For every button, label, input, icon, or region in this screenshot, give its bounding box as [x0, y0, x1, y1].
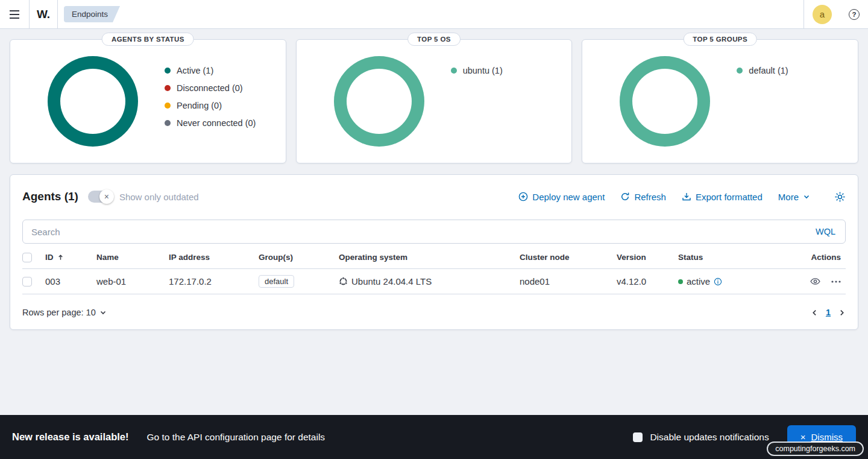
chevron-down-icon — [803, 193, 810, 200]
select-all-checkbox[interactable] — [22, 253, 32, 262]
chart-legend: Active (1) Disconnected (0) Pending (0) … — [165, 62, 256, 131]
show-outdated-label: Show only outdated — [119, 192, 199, 202]
column-header-status[interactable]: Status — [678, 253, 799, 262]
donut-ring — [48, 56, 138, 147]
chevron-left-icon — [811, 309, 819, 317]
refresh-button[interactable]: Refresh — [620, 192, 666, 202]
pagination: 1 — [811, 308, 846, 317]
watermark: computingforgeeks.com — [767, 442, 864, 456]
rows-per-page-dropdown[interactable]: Rows per page: 10 — [22, 308, 107, 317]
donut-chart-agents-by-status[interactable] — [48, 56, 138, 147]
legend-item-disconnected[interactable]: Disconnected (0) — [165, 79, 256, 97]
donut-chart-top-5-groups[interactable] — [620, 56, 710, 147]
divider — [804, 0, 804, 28]
main-content: AGENTS BY STATUS Active (1) Disconnected… — [0, 29, 868, 330]
os-label: Ubuntu 24.04.4 LTS — [351, 276, 432, 286]
column-header-id[interactable]: ID — [45, 253, 96, 262]
table-settings-button[interactable] — [834, 191, 846, 203]
column-header-groups[interactable]: Group(s) — [259, 253, 339, 262]
agents-toolbar: Deploy new agent Refresh Export formatte… — [518, 191, 846, 203]
breadcrumb-endpoints[interactable]: Endpoints — [64, 6, 120, 22]
wazuh-logo[interactable]: W. — [30, 0, 57, 28]
close-icon: × — [800, 432, 806, 442]
chart-legend: default (1) — [737, 62, 788, 79]
info-icon[interactable] — [714, 277, 722, 286]
legend-label: ubuntu (1) — [463, 66, 503, 75]
legend-item-pending[interactable]: Pending (0) — [165, 97, 256, 114]
next-page-button[interactable] — [838, 309, 846, 317]
previous-page-button[interactable] — [811, 309, 819, 317]
legend-dot-icon — [165, 120, 171, 126]
legend-item-ubuntu[interactable]: ubuntu (1) — [451, 62, 503, 79]
view-agent-button[interactable] — [810, 276, 820, 286]
deploy-new-agent-button[interactable]: Deploy new agent — [518, 192, 605, 202]
legend-label: default (1) — [749, 66, 788, 75]
top-navigation-bar: W. Endpoints a ? — [0, 0, 868, 29]
chart-title-top-5-os: TOP 5 OS — [407, 33, 461, 46]
disable-updates-label: Disable updates notifications — [650, 432, 769, 443]
column-header-cluster-node[interactable]: Cluster node — [520, 253, 617, 262]
table-row-agent-003[interactable]: 003 web-01 172.17.0.2 default Ubuntu 24.… — [22, 269, 846, 294]
row-more-actions-button[interactable] — [831, 280, 841, 283]
divider — [57, 0, 58, 28]
export-formatted-button[interactable]: Export formatted — [682, 192, 763, 202]
search-bar: WQL — [22, 220, 846, 244]
gear-icon — [834, 191, 846, 203]
agents-header-row: Agents (1) × Show only outdated Deploy n… — [22, 185, 846, 209]
legend-item-active[interactable]: Active (1) — [165, 62, 256, 79]
chart-title-agents-by-status: AGENTS BY STATUS — [102, 33, 194, 46]
column-header-ip-address[interactable]: IP address — [169, 253, 259, 262]
status-active-dot-icon — [678, 279, 683, 284]
api-configuration-link[interactable]: Go to the API configuration page for det… — [147, 432, 326, 443]
table-header-row: ID Name IP address Group(s) Operating sy… — [22, 246, 846, 269]
show-outdated-toggle[interactable]: × — [88, 191, 112, 203]
ubuntu-os-icon — [339, 277, 348, 286]
plus-circle-icon — [518, 192, 528, 201]
donut-chart-top-5-os[interactable] — [334, 56, 424, 147]
export-icon — [682, 192, 691, 201]
legend-dot-icon — [165, 103, 171, 109]
legend-label: Pending (0) — [177, 101, 222, 110]
table-footer: Rows per page: 10 1 — [22, 303, 846, 322]
cell-status: active — [678, 276, 799, 286]
search-input[interactable] — [31, 227, 814, 237]
release-message: New release is available! — [12, 431, 129, 443]
cell-agent-name[interactable]: web-01 — [96, 276, 169, 286]
chart-title-top-5-groups: TOP 5 GROUPS — [683, 33, 757, 46]
refresh-icon — [620, 192, 630, 201]
chart-card-top-5-groups: TOP 5 GROUPS default (1) — [582, 39, 858, 163]
chart-legend: ubuntu (1) — [451, 62, 503, 79]
chevron-down-icon — [99, 309, 107, 316]
disable-updates-checkbox[interactable] — [633, 432, 643, 442]
page-1-button[interactable]: 1 — [826, 308, 831, 317]
group-badge[interactable]: default — [259, 275, 294, 288]
chart-card-agents-by-status: AGENTS BY STATUS Active (1) Disconnected… — [10, 39, 286, 163]
cell-agent-id[interactable]: 003 — [45, 276, 96, 286]
row-checkbox[interactable] — [22, 277, 32, 286]
column-header-name[interactable]: Name — [96, 253, 169, 262]
charts-row: AGENTS BY STATUS Active (1) Disconnected… — [10, 39, 858, 163]
legend-dot-icon — [165, 68, 171, 74]
chevron-right-icon — [838, 309, 846, 317]
cell-operating-system: Ubuntu 24.04.4 LTS — [339, 276, 520, 286]
wql-button[interactable]: WQL — [814, 227, 837, 236]
header-spacer — [120, 0, 804, 28]
legend-dot-icon — [451, 68, 457, 74]
avatar[interactable]: a — [813, 5, 832, 24]
agents-panel: Agents (1) × Show only outdated Deploy n… — [10, 174, 858, 330]
agents-title: Agents (1) — [22, 190, 78, 203]
help-icon[interactable]: ? — [840, 0, 868, 28]
status-label: active — [687, 276, 710, 286]
sort-ascending-icon — [57, 254, 64, 261]
update-notification-bar: New release is available! Go to the API … — [0, 415, 868, 459]
column-header-operating-system[interactable]: Operating system — [339, 253, 520, 262]
legend-label: Never connected (0) — [177, 118, 256, 128]
donut-ring — [334, 56, 424, 147]
more-dropdown-button[interactable]: More — [778, 192, 810, 202]
cell-version: v4.12.0 — [617, 276, 678, 286]
legend-dot-icon — [737, 68, 743, 74]
legend-item-never-connected[interactable]: Never connected (0) — [165, 114, 256, 131]
legend-item-default[interactable]: default (1) — [737, 62, 788, 79]
hamburger-menu-icon[interactable] — [0, 0, 29, 28]
column-header-version[interactable]: Version — [617, 253, 678, 262]
